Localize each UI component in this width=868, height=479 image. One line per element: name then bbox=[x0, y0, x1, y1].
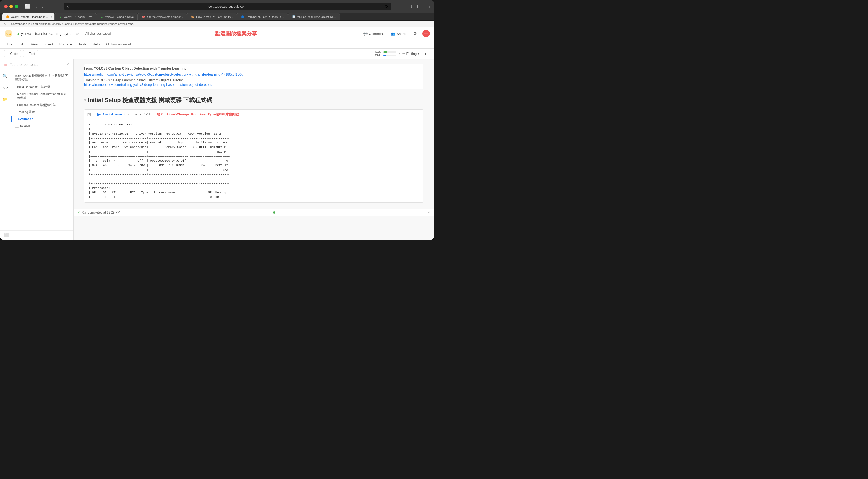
status-time: 0s bbox=[83, 211, 86, 214]
maximize-button[interactable] bbox=[15, 5, 18, 8]
download-icon[interactable]: ⬇ bbox=[410, 4, 413, 9]
editing-chevron-icon[interactable]: ▾ bbox=[418, 52, 419, 55]
menu-view[interactable]: View bbox=[28, 41, 41, 47]
svg-text:CO: CO bbox=[6, 32, 11, 36]
gpu-annotation: 從Runtime>Change Runtime Type選GPU才會開啟 bbox=[157, 112, 239, 116]
sidebar-bottom: ⬜ bbox=[0, 230, 73, 240]
toc-item-label-3: Modify Training Configuration 修改訓練參數 bbox=[17, 92, 69, 100]
forward-btn[interactable]: › bbox=[40, 3, 45, 9]
toc-item-build-darket[interactable]: Build Darket 產生執行檔 bbox=[11, 83, 73, 91]
ram-label: RAM bbox=[375, 50, 382, 54]
folder-icon[interactable]: 📁 bbox=[1, 96, 9, 103]
section-plus-icon: + bbox=[15, 124, 19, 128]
close-icon[interactable]: × bbox=[67, 62, 69, 67]
add-text-button[interactable]: + Text bbox=[23, 50, 38, 57]
grid-icon[interactable]: ⊞ bbox=[427, 4, 430, 9]
header-annotation: 點這開啟檔案分享 bbox=[115, 30, 357, 37]
comment-label: Comment bbox=[369, 32, 383, 36]
expand-button[interactable]: ▲ bbox=[421, 50, 430, 57]
section-heading-text: Initial Setup 檢查硬體支援 掛載硬碟 下載程式碼 bbox=[88, 96, 212, 104]
titlebar: ⬜ ‹ › 🛡 colab.research.google.com ⟳ ⬇ ⬆ … bbox=[0, 0, 434, 13]
share-button[interactable]: 👥 Share bbox=[389, 30, 408, 37]
sidebar-toggle-btn[interactable]: ⬜ bbox=[23, 3, 32, 9]
dropdown-icon[interactable]: ▾ bbox=[399, 52, 400, 55]
tab-close-active[interactable]: × bbox=[51, 15, 52, 19]
tab-3[interactable]: 🐙 darknet/yolov3.cfg at mast... bbox=[137, 13, 187, 21]
menu-tools[interactable]: Tools bbox=[75, 41, 89, 47]
sidebar-inner: 🔍 < > 📁 Initial Setup 檢查硬體支援 掛載硬碟 下載程式碼 … bbox=[0, 70, 73, 230]
tab-label-1: yolov3 – Google Drive bbox=[64, 15, 92, 19]
editing-label: Editing bbox=[406, 52, 417, 56]
toc-item-label-5: Training 訓練 bbox=[17, 110, 35, 114]
refresh-icon[interactable]: ⟳ bbox=[385, 4, 388, 9]
menu-insert[interactable]: Insert bbox=[42, 41, 56, 47]
browser-window: ⬜ ‹ › 🛡 colab.research.google.com ⟳ ⬇ ⬆ … bbox=[0, 0, 434, 240]
address-bar[interactable]: 🛡 colab.research.google.com ⟳ bbox=[64, 3, 392, 10]
status-close-icon[interactable]: × bbox=[428, 211, 430, 214]
notification-text: This webpage is using significant energy… bbox=[9, 22, 134, 26]
star-icon[interactable]: ☆ bbox=[75, 32, 79, 36]
content-area: From: YOLOv3 Custom Object Detection wit… bbox=[73, 59, 434, 240]
code-icon[interactable]: < > bbox=[1, 84, 9, 91]
back-btn[interactable]: ‹ bbox=[34, 3, 38, 9]
from-label: From: bbox=[84, 66, 93, 70]
status-bar: ✓ 0s completed at 12:29 PM × bbox=[73, 209, 434, 216]
minimize-button[interactable] bbox=[9, 5, 13, 8]
tabs-bar: 🟠 yolov3_transfer_learning.ip... × ▲ yol… bbox=[0, 13, 434, 21]
toc-item-modify-training[interactable]: Modify Training Configuration 修改訓練參數 bbox=[11, 91, 73, 102]
comment-icon: 💬 bbox=[363, 32, 368, 36]
code-cell-1: [1] ▶ !nvidia-smi # check GPU 從Runtime>C… bbox=[84, 109, 424, 203]
new-tab-icon[interactable]: + bbox=[422, 4, 424, 9]
comment-button[interactable]: 💬 Comment bbox=[361, 30, 386, 37]
from-link-1[interactable]: https://medium.com/analytics-vidhya/yolo… bbox=[84, 72, 243, 76]
tab-label-3: darknet/yolov3.cfg at mast... bbox=[147, 15, 183, 19]
tab-6[interactable]: 📄 YOLO: Real-Time Object De... bbox=[288, 13, 340, 21]
toc-item-evaluation[interactable]: Evaluation bbox=[11, 116, 73, 122]
tab-label-2: yolov3 – Google Drive bbox=[105, 15, 134, 19]
disk-bar bbox=[383, 55, 397, 56]
notif-icon: 🛡 bbox=[4, 22, 7, 26]
profile-avatar[interactable]: — bbox=[423, 30, 430, 37]
menu-help[interactable]: Help bbox=[90, 41, 102, 47]
section-label: Section bbox=[20, 124, 30, 127]
cell-header-1: [1] ▶ !nvidia-smi # check GPU 從Runtime>C… bbox=[84, 110, 423, 119]
toc-item-prepare-dataset[interactable]: Prepare Dataset 準備資料集 bbox=[11, 102, 73, 109]
list-icon: ☰ bbox=[4, 62, 8, 67]
tab-active[interactable]: 🟠 yolov3_transfer_learning.ip... × bbox=[2, 13, 55, 21]
menu-file[interactable]: File bbox=[4, 41, 15, 47]
terminal-icon[interactable]: ⬜ bbox=[4, 233, 9, 237]
add-code-button[interactable]: + Code bbox=[4, 50, 21, 57]
notebook-name[interactable]: transfer learning.ipynb bbox=[35, 32, 71, 36]
sidebar: ☰ Table of contents × 🔍 < > 📁 Initial Se… bbox=[0, 59, 73, 240]
from-link-2[interactable]: https://learnopencv.com/training-yolov3-… bbox=[84, 82, 212, 87]
titlebar-right: ⬇ ⬆ + ⊞ bbox=[410, 4, 430, 9]
search-icon[interactable]: 🔍 bbox=[1, 72, 9, 80]
toc-section-item[interactable]: + Section bbox=[11, 122, 73, 129]
tab-label-active: yolov3_transfer_learning.ip... bbox=[11, 15, 48, 19]
editing-indicator: ✏ Editing ▾ bbox=[402, 52, 419, 56]
settings-button[interactable]: ⚙ bbox=[411, 29, 419, 38]
product-name: yolov3 bbox=[21, 32, 31, 36]
titlebar-controls: ⬜ ‹ › bbox=[23, 3, 45, 9]
tab-5[interactable]: 🔵 Training YOLOv3 : Deep Le... bbox=[237, 13, 288, 21]
ram-disk-indicator: ✓ RAM Disk ▾ bbox=[370, 50, 400, 57]
tab-2[interactable]: ▲ yolov3 – Google Drive bbox=[96, 13, 137, 21]
toc-item-initial-setup[interactable]: Initial Setup 檢查硬體支援 掛載硬碟 下載程式碼 bbox=[11, 72, 73, 83]
tab-favicon-4: 🐎 bbox=[191, 15, 194, 19]
toc-item-label: Initial Setup 檢查硬體支援 掛載硬碟 下載程式碼 bbox=[15, 74, 69, 82]
traffic-lights bbox=[4, 5, 18, 8]
tab-4[interactable]: 🐎 How to train YOLOv3 on th... bbox=[187, 13, 237, 21]
close-button[interactable] bbox=[4, 5, 8, 8]
play-button[interactable]: ▶ bbox=[97, 112, 100, 117]
tab-1[interactable]: ▲ yolov3 – Google Drive bbox=[55, 13, 96, 21]
save-status: All changes saved bbox=[85, 32, 111, 35]
cell-number-1: [1] bbox=[87, 112, 95, 116]
share-icon[interactable]: ⬆ bbox=[416, 4, 419, 9]
notification-bar: 🛡 This webpage is using significant ener… bbox=[0, 21, 434, 27]
collapse-arrow-icon[interactable]: ▾ bbox=[84, 98, 86, 102]
menu-runtime[interactable]: Runtime bbox=[57, 41, 74, 47]
toc-item-training[interactable]: Training 訓練 bbox=[11, 109, 73, 116]
tab-label-5: Training YOLOv3 : Deep Le... bbox=[246, 15, 284, 19]
tab-favicon-active: 🟠 bbox=[6, 15, 9, 19]
menu-edit[interactable]: Edit bbox=[16, 41, 27, 47]
